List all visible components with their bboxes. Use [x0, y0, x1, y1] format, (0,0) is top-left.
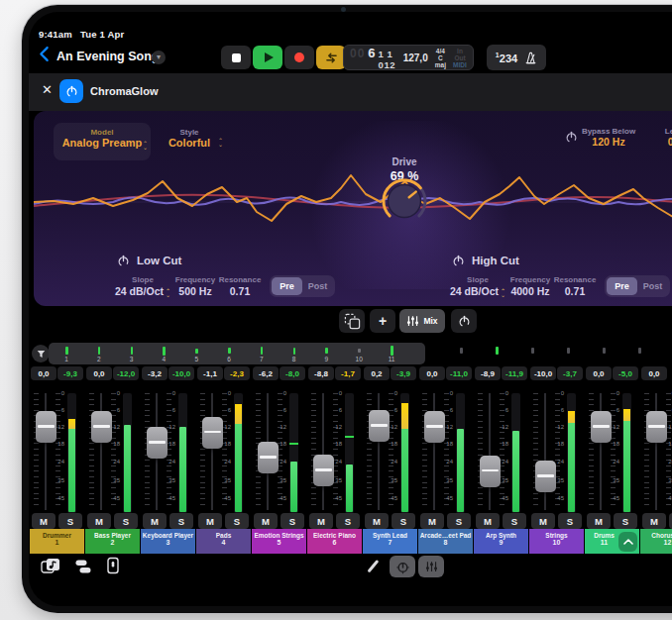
solo-button[interactable]: S [336, 513, 360, 529]
fader-handle[interactable] [36, 411, 56, 443]
mute-button[interactable]: M [420, 513, 444, 529]
mute-button[interactable]: M [642, 513, 666, 529]
pencil-icon[interactable] [367, 560, 379, 572]
fader-handle[interactable] [424, 411, 445, 443]
meter-yellow-zone [235, 404, 242, 424]
fader-handle[interactable] [258, 442, 279, 473]
fader-handle[interactable] [369, 410, 390, 442]
fader-scale-label: 18 [494, 441, 508, 447]
fader-handle[interactable] [591, 411, 612, 443]
highcut-res-value[interactable]: 0.71 [545, 285, 605, 297]
model-selector[interactable]: Model Analog Preamp [54, 123, 151, 160]
solo-button[interactable]: S [614, 513, 637, 529]
fader-scale-label: 45 [605, 495, 619, 501]
bypass-below-control[interactable]: Bypass Below 120 Hz [574, 127, 643, 148]
record-button[interactable] [284, 46, 314, 69]
solo-button[interactable]: S [392, 513, 415, 529]
meter-fill [235, 404, 242, 512]
stop-button[interactable] [221, 46, 251, 69]
solo-button[interactable]: S [447, 513, 471, 529]
mute-button[interactable]: M [32, 513, 56, 529]
level-control[interactable]: Level 0.0 [650, 127, 672, 148]
track-name-band[interactable]: Synth Lead7 [363, 529, 417, 554]
drive-knob[interactable] [381, 177, 428, 225]
highcut-post-button[interactable]: Post [637, 277, 668, 295]
faders-view-button[interactable] [418, 556, 444, 577]
mute-button[interactable]: M [143, 513, 167, 529]
fader-scale-label: 35 [105, 477, 120, 483]
fader-scale-label: 18 [327, 441, 342, 447]
fader-scale-label: 0 [327, 390, 342, 396]
track-number: 8 [418, 539, 473, 546]
peak-value-readout: -3,9 [391, 366, 416, 380]
fader-scale-label: 0 [660, 390, 672, 396]
lowcut-post-button[interactable]: Post [302, 277, 333, 295]
plugin-power-button[interactable] [59, 79, 83, 103]
song-title[interactable]: An Evening Song [56, 50, 159, 63]
track-name-band[interactable]: Arp Synth9 [474, 529, 528, 554]
lcd-display[interactable]: 006 1 1 012 127,0 4/4 C maj In Out MIDI [343, 45, 474, 70]
mute-button[interactable]: M [309, 513, 333, 529]
lowcut-pre-button[interactable]: Pre [272, 277, 302, 295]
solo-button[interactable]: S [58, 513, 82, 529]
lowcut-res-value[interactable]: 0.71 [210, 285, 270, 297]
mute-button[interactable]: M [198, 513, 222, 529]
mute-button[interactable]: M [531, 513, 555, 529]
solo-button[interactable]: S [169, 513, 193, 529]
solo-button[interactable]: S [225, 513, 249, 529]
mute-button[interactable]: M [587, 513, 611, 529]
track-name-band[interactable]: Strings10 [529, 529, 584, 554]
play-button[interactable] [253, 46, 282, 69]
fader-handle[interactable] [147, 427, 168, 459]
lowcut-power-button[interactable] [117, 255, 130, 267]
controls-view-button[interactable] [390, 556, 415, 577]
track-name-band[interactable]: Emotion Strings5 [252, 529, 306, 554]
fader-value-readout: -1,1 [197, 366, 223, 380]
close-plugin-button[interactable]: ✕ [42, 82, 53, 97]
highcut-slope-label: Slope [448, 275, 507, 284]
fader-scale-label: 45 [272, 495, 286, 501]
track-name-band[interactable]: Arcade…eet Pad8 [418, 529, 473, 554]
mute-button[interactable]: M [87, 513, 111, 529]
highcut-pre-button[interactable]: Pre [607, 277, 637, 295]
track-name-band[interactable]: Electric Piano6 [307, 529, 362, 554]
fader-handle[interactable] [480, 456, 501, 487]
loops-browser-button[interactable] [41, 558, 60, 575]
mute-button[interactable]: M [254, 513, 278, 529]
track-name-band[interactable]: Drummer1 [30, 529, 84, 554]
count-in-metronome[interactable]: 1234 [487, 45, 546, 70]
solo-button[interactable]: S [558, 513, 582, 529]
meter-peak-tick [289, 443, 298, 445]
collapse-chevron-button[interactable] [618, 532, 637, 552]
fader-handle[interactable] [91, 411, 112, 443]
solo-button[interactable]: S [503, 513, 526, 529]
browser-button[interactable] [74, 559, 92, 574]
mixer-overview-window[interactable] [49, 343, 425, 364]
filter-tracks-button[interactable] [32, 345, 50, 362]
cycle-button[interactable] [316, 46, 346, 69]
fader-scale-label: 12 [549, 424, 564, 430]
song-menu-chevron-icon[interactable]: ▾ [152, 51, 166, 64]
track-name-band[interactable]: Chorus Vo12 [640, 529, 672, 554]
fader-handle[interactable] [313, 455, 334, 486]
back-button[interactable] [40, 47, 49, 61]
mix-toggle-button[interactable]: Mix [399, 309, 445, 333]
fader-handle[interactable] [202, 417, 223, 449]
meter-yellow-zone [623, 409, 630, 421]
mute-button[interactable]: M [476, 513, 500, 529]
mixer-power-button[interactable] [451, 309, 477, 333]
fader-handle[interactable] [646, 411, 667, 443]
solo-button[interactable]: S [114, 513, 138, 529]
style-selector[interactable]: Style Colorful [155, 128, 224, 149]
track-name-band[interactable]: Pads4 [196, 529, 251, 554]
track-name-band[interactable]: Keyboard Player3 [141, 529, 195, 554]
solo-button[interactable]: S [280, 513, 304, 529]
duplicate-button[interactable] [339, 309, 365, 333]
add-track-button[interactable]: + [370, 309, 395, 333]
track-name-band[interactable]: Bass Player2 [85, 529, 140, 554]
fader-handle[interactable] [535, 461, 556, 492]
track-name-band[interactable]: Drums11 [585, 529, 639, 554]
mute-button[interactable]: M [365, 513, 389, 529]
plugins-button[interactable] [106, 557, 120, 574]
highcut-power-button[interactable] [452, 255, 465, 267]
